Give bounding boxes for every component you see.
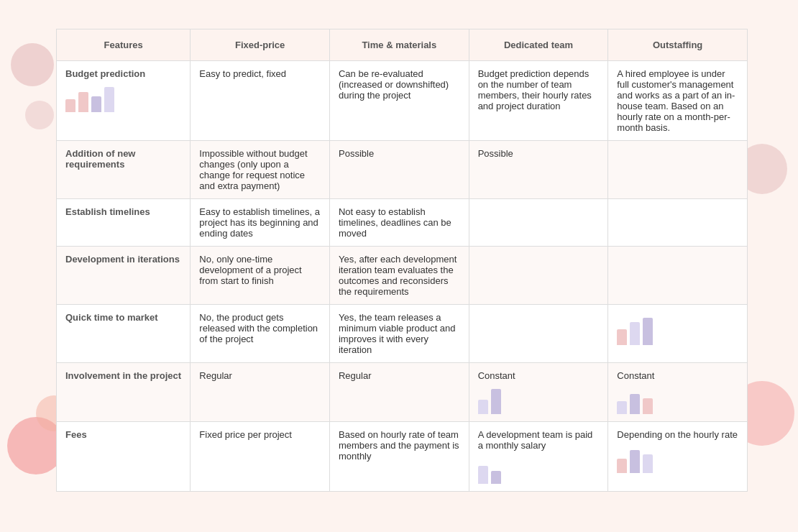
bar <box>491 471 501 484</box>
cell-involvement-time: Regular <box>329 363 469 422</box>
bar <box>630 394 640 414</box>
header-time-materials: Time & materials <box>329 29 469 61</box>
cell-dev-time: Yes, after each development iteration te… <box>329 247 469 305</box>
bar <box>478 400 488 414</box>
bar <box>104 87 114 112</box>
bg-decoration-1 <box>11 43 54 86</box>
feature-quick-time: Quick time to market <box>57 305 191 363</box>
feature-addition-requirements: Addition of new requirements <box>57 141 191 199</box>
quick-chart-outstaffing <box>617 316 738 345</box>
cell-addition-time: Possible <box>329 141 469 199</box>
bar <box>617 401 627 414</box>
cell-timelines-dedicated <box>469 199 608 247</box>
cell-timelines-fixed: Easy to establish timelines, a project h… <box>191 199 330 247</box>
table-row: Development in iterations No, only one-t… <box>57 247 748 305</box>
comparison-table: Features Fixed-price Time & materials De… <box>56 29 748 492</box>
cell-budget-time: Can be re-evaluated (increased or downsh… <box>329 61 469 141</box>
cell-fees-fixed: Fixed price per project <box>191 422 330 492</box>
table-row: Involvement in the project Regular Regul… <box>57 363 748 422</box>
feature-involvement: Involvement in the project <box>57 363 191 422</box>
bar <box>478 466 488 484</box>
bar <box>643 318 653 345</box>
feature-dev-iterations: Development in iterations <box>57 247 191 305</box>
bar <box>643 398 653 414</box>
involvement-chart-dedicated <box>478 385 600 414</box>
table-row: Establish timelines Easy to establish ti… <box>57 199 748 247</box>
bar <box>617 329 627 345</box>
bar <box>630 450 640 473</box>
cell-quick-fixed: No, the product gets released with the c… <box>191 305 330 363</box>
cell-involvement-outstaffing: Constant <box>608 363 748 422</box>
cell-quick-outstaffing <box>608 305 748 363</box>
bar <box>65 99 75 112</box>
cell-fees-outstaffing: Depending on the hourly rate <box>608 422 748 492</box>
table-header-row: Features Fixed-price Time & materials De… <box>57 29 748 61</box>
cell-dev-fixed: No, only one-time development of a proje… <box>191 247 330 305</box>
involvement-chart-outstaffing <box>617 385 738 414</box>
fees-chart-dedicated <box>478 455 600 484</box>
cell-fees-dedicated: A development team is paid a monthly sal… <box>469 422 608 492</box>
cell-addition-outstaffing <box>608 141 748 199</box>
cell-quick-dedicated <box>469 305 608 363</box>
comparison-table-wrapper: Features Fixed-price Time & materials De… <box>56 29 748 503</box>
header-features: Features <box>57 29 191 61</box>
cell-budget-dedicated: Budget prediction depends on the number … <box>469 61 608 141</box>
table-row: Addition of new requirements Impossible … <box>57 141 748 199</box>
cell-budget-fixed: Easy to predict, fixed <box>191 61 330 141</box>
cell-addition-dedicated: Possible <box>469 141 608 199</box>
table-row: Budget prediction Easy to predict, fixed… <box>57 61 748 141</box>
cell-quick-time: Yes, the team releases a minimum viable … <box>329 305 469 363</box>
cell-dev-outstaffing <box>608 247 748 305</box>
bar <box>630 322 640 345</box>
fees-chart-outstaffing <box>617 444 738 473</box>
feature-budget-prediction: Budget prediction <box>57 61 191 141</box>
budget-chart-fixed <box>65 83 181 112</box>
header-fixed-price: Fixed-price <box>191 29 330 61</box>
table-row: Fees Fixed price per project Based on ho… <box>57 422 748 492</box>
bar <box>617 459 627 473</box>
header-outstaffing: Outstaffing <box>608 29 748 61</box>
header-dedicated-team: Dedicated team <box>469 29 608 61</box>
cell-addition-fixed: Impossible without budget changes (only … <box>191 141 330 199</box>
bar <box>491 389 501 414</box>
feature-establish-timelines: Establish timelines <box>57 199 191 247</box>
bg-decoration-2 <box>25 101 54 129</box>
bar <box>91 96 101 112</box>
feature-fees: Fees <box>57 422 191 492</box>
cell-involvement-fixed: Regular <box>191 363 330 422</box>
bar <box>643 454 653 473</box>
table-row: Quick time to market No, the product get… <box>57 305 748 363</box>
bar <box>78 92 88 112</box>
cell-timelines-time: Not easy to establish timelines, deadlin… <box>329 199 469 247</box>
cell-dev-dedicated <box>469 247 608 305</box>
cell-fees-time: Based on hourly rate of team members and… <box>329 422 469 492</box>
cell-timelines-outstaffing <box>608 199 748 247</box>
cell-budget-outstaffing: A hired employee is under full customer'… <box>608 61 748 141</box>
cell-involvement-dedicated: Constant <box>469 363 608 422</box>
